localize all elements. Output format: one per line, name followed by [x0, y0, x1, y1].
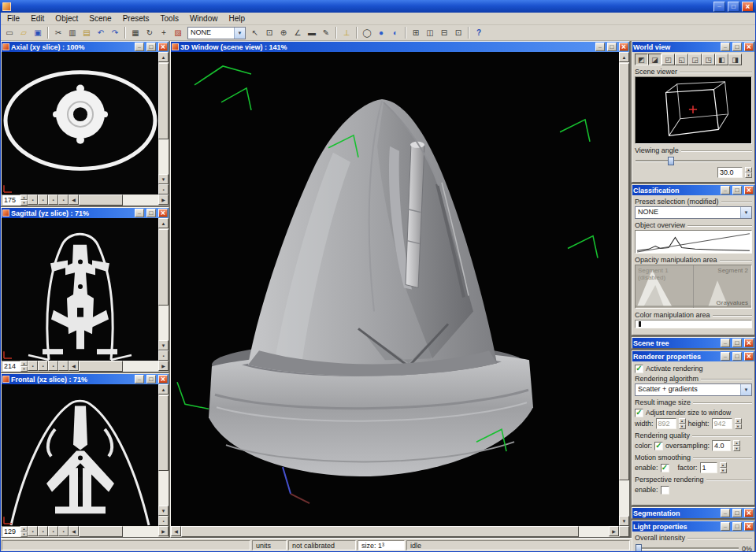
- view-top-button[interactable]: ◧: [715, 54, 728, 65]
- view-right-button[interactable]: ◳: [702, 54, 715, 65]
- slice-index-field[interactable]: 175: [2, 194, 20, 206]
- adjust-render-size-checkbox[interactable]: [635, 409, 643, 417]
- minimize-button[interactable]: [135, 209, 144, 217]
- frontal-titlebar[interactable]: Frontal (xz slice) : 71%: [2, 374, 169, 384]
- scrollbar-track[interactable]: [181, 526, 609, 537]
- close-button[interactable]: [619, 43, 628, 51]
- half-sphere-button[interactable]: ◐: [388, 27, 402, 39]
- app-minimize-button[interactable]: [713, 2, 725, 12]
- paste-button[interactable]: ▤: [80, 27, 94, 39]
- slice-tool-button[interactable]: [158, 516, 169, 526]
- scrollbar-track[interactable]: [158, 62, 169, 174]
- sagittal-slice-image[interactable]: [2, 218, 158, 361]
- slider-thumb[interactable]: [636, 544, 642, 552]
- scrollbar-thumb[interactable]: [181, 526, 579, 537]
- scroll-up-icon[interactable]: [158, 384, 169, 395]
- slice-tool-button[interactable]: [158, 350, 169, 361]
- maximize-button[interactable]: [732, 43, 742, 51]
- scroll-left-icon[interactable]: [69, 194, 79, 205]
- slice-settings-button[interactable]: [58, 361, 69, 371]
- menu-presets[interactable]: Presets: [117, 13, 155, 24]
- close-button[interactable]: [158, 375, 168, 383]
- frontal-slice-image[interactable]: [2, 384, 158, 526]
- maximize-button[interactable]: [732, 522, 742, 531]
- layout-split-vertical-button[interactable]: ⊟: [437, 27, 451, 39]
- wireframe-sphere-button[interactable]: ◯: [360, 27, 374, 39]
- scroll-down-icon[interactable]: [619, 516, 629, 526]
- scroll-up-icon[interactable]: [619, 52, 629, 62]
- activate-rendering-checkbox[interactable]: [635, 365, 643, 373]
- minimize-button[interactable]: [595, 43, 605, 51]
- light-titlebar[interactable]: Light properties: [632, 521, 754, 532]
- close-button[interactable]: [158, 209, 168, 217]
- combo-dropdown-icon[interactable]: [234, 28, 245, 39]
- viewing-angle-spinner[interactable]: [745, 167, 752, 178]
- scroll-left-icon[interactable]: [69, 361, 79, 371]
- open-file-button[interactable]: ▱: [17, 27, 31, 39]
- cut-button[interactable]: ✂: [51, 27, 65, 39]
- view3d-titlebar[interactable]: 3D Window (scene view) : 141%: [171, 42, 629, 52]
- layout-split-horizontal-button[interactable]: ◫: [423, 27, 437, 39]
- minimize-button[interactable]: [721, 339, 730, 347]
- oversampling-spinner[interactable]: [733, 440, 740, 451]
- slice-copy-button[interactable]: [48, 361, 58, 371]
- slice-index-spinner[interactable]: [20, 194, 28, 206]
- slice-grid-button[interactable]: ▦: [128, 27, 143, 39]
- scrollbar-thumb[interactable]: [158, 229, 169, 306]
- view-front-button[interactable]: ◰: [662, 54, 675, 65]
- scroll-down-icon[interactable]: [158, 506, 169, 516]
- factor-spinner[interactable]: [720, 462, 727, 473]
- scroll-up-icon[interactable]: [158, 218, 169, 228]
- maximize-button[interactable]: [146, 43, 156, 51]
- slice-index-spinner[interactable]: [20, 361, 28, 372]
- render-width-spinner[interactable]: [679, 418, 686, 429]
- close-button[interactable]: [744, 352, 754, 361]
- scroll-down-icon[interactable]: [158, 174, 169, 184]
- menu-file[interactable]: File: [2, 13, 25, 24]
- slice-settings-button[interactable]: [58, 526, 69, 536]
- maximize-button[interactable]: [146, 209, 156, 217]
- close-button[interactable]: [744, 522, 754, 531]
- maximize-button[interactable]: [732, 186, 742, 194]
- render-height-field[interactable]: 942: [712, 418, 732, 429]
- vertical-scrollbar[interactable]: [158, 384, 169, 526]
- copy-button[interactable]: ▥: [65, 27, 80, 39]
- preset-combo[interactable]: NONE: [187, 27, 246, 39]
- slice-copy-button[interactable]: [48, 194, 58, 205]
- slice-lock-button[interactable]: [38, 194, 48, 205]
- scrollbar-track[interactable]: [158, 228, 169, 340]
- minimize-button[interactable]: [721, 509, 730, 517]
- classification-titlebar[interactable]: Classification: [632, 185, 754, 195]
- pointer-tool-button[interactable]: ↖: [248, 27, 262, 39]
- close-button[interactable]: [744, 339, 754, 347]
- scrollbar-thumb[interactable]: [619, 63, 629, 480]
- maximize-button[interactable]: [732, 339, 742, 347]
- scroll-right-icon[interactable]: [609, 526, 619, 536]
- combo-dropdown-icon[interactable]: [740, 207, 751, 218]
- minimize-button[interactable]: [721, 352, 730, 361]
- scroll-right-icon[interactable]: [158, 526, 169, 536]
- scrollbar-track[interactable]: [158, 395, 169, 506]
- vertical-scrollbar[interactable]: [619, 52, 629, 526]
- slice-scrollbar-track[interactable]: [79, 526, 158, 537]
- color-manipulation-area[interactable]: [635, 320, 752, 328]
- scroll-down-icon[interactable]: [158, 340, 169, 350]
- maximize-button[interactable]: [732, 352, 742, 361]
- scroll-left-icon[interactable]: [171, 526, 181, 536]
- vertical-scrollbar[interactable]: [158, 218, 169, 361]
- view-left-button[interactable]: ◲: [688, 54, 702, 65]
- object-overview-graph[interactable]: [635, 230, 752, 254]
- rotate-tool-button[interactable]: ↻: [143, 27, 157, 39]
- axial-slice-image[interactable]: [2, 52, 158, 194]
- app-maximize-button[interactable]: [728, 2, 739, 12]
- viewing-angle-field[interactable]: 30.0: [717, 167, 743, 178]
- scene-tree-titlebar[interactable]: Scene tree: [632, 338, 754, 348]
- factor-field[interactable]: 1: [700, 462, 717, 473]
- view-back-button[interactable]: ◱: [675, 54, 688, 65]
- slice-index-spinner[interactable]: [20, 526, 28, 537]
- slice-sync-button[interactable]: [28, 194, 38, 205]
- slice-scrollbar-track[interactable]: [79, 361, 158, 372]
- preset-selection-combo[interactable]: NONE: [635, 206, 752, 219]
- slice-index-field[interactable]: 214: [2, 361, 20, 372]
- context-help-button[interactable]: ?: [472, 27, 486, 39]
